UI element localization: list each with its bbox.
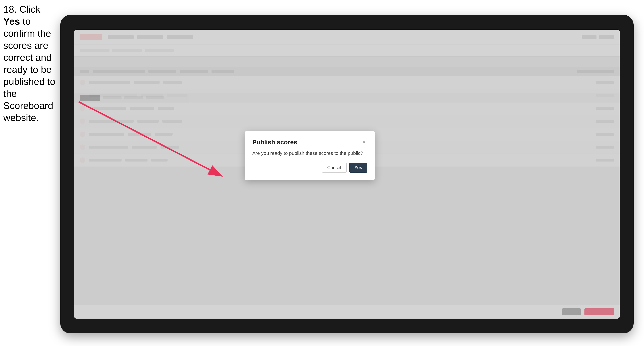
modal-overlay: Publish scores × Are you ready to publis… [74,30,620,319]
tablet-screen: Publish scores × Are you ready to publis… [74,30,620,319]
bold-yes: Yes [3,16,20,27]
modal-actions: Cancel Yes [252,163,367,173]
publish-scores-modal: Publish scores × Are you ready to publis… [245,131,375,180]
instruction-text: 18. Click Yes to confirm the scores are … [3,3,57,124]
cancel-button[interactable]: Cancel [322,163,346,173]
modal-title-row: Publish scores × [252,139,367,146]
yes-button[interactable]: Yes [349,163,367,173]
modal-body: Are you ready to publish these scores to… [252,150,367,156]
modal-title: Publish scores [252,139,297,146]
modal-message: Are you ready to publish these scores to… [252,150,367,156]
modal-close-button[interactable]: × [361,139,367,146]
tablet-device: Publish scores × Are you ready to publis… [60,15,634,334]
step-number: 18. [3,4,17,15]
instruction-body: Click Yes to confirm the scores are corr… [3,4,55,123]
